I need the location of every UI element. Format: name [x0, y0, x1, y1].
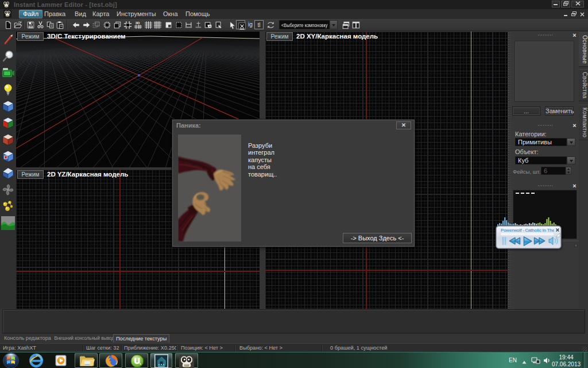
- open-file-button[interactable]: [13, 20, 23, 30]
- swap-views-button[interactable]: [266, 20, 276, 30]
- save-button[interactable]: [26, 20, 36, 30]
- carve-button[interactable]: [91, 20, 101, 30]
- tray-clock[interactable]: 19:44: [553, 354, 579, 361]
- toggle-grid-button[interactable]: [123, 20, 133, 30]
- object-select[interactable]: Куб: [515, 156, 567, 164]
- ignore-groups-toggle[interactable]: ig: [246, 20, 255, 30]
- start-button[interactable]: [2, 352, 20, 368]
- taskbar-firefox-button[interactable]: [99, 353, 122, 368]
- selection-box-button[interactable]: [174, 20, 184, 30]
- menu-windows[interactable]: Окна: [159, 10, 182, 18]
- console-tab-external[interactable]: Внешний консольный вывод: [52, 334, 116, 343]
- taskbar-skull-app-button[interactable]: [175, 353, 198, 368]
- list-section-close-icon[interactable]: ×: [572, 183, 577, 189]
- tray-date[interactable]: 07.06.2013: [550, 361, 583, 367]
- paste-button[interactable]: [55, 20, 65, 30]
- path-tool-button[interactable]: [1, 200, 15, 213]
- child-close-button[interactable]: [580, 11, 587, 17]
- smaller-grid-button[interactable]: [144, 20, 153, 30]
- console-output[interactable]: [2, 309, 585, 334]
- list-section-header[interactable]: ×: [511, 182, 579, 190]
- tray-hidden-icons-button[interactable]: [521, 359, 527, 366]
- vertex-scale-button[interactable]: [194, 20, 203, 30]
- cascade-windows-button[interactable]: [341, 20, 351, 30]
- rotate-tool-button[interactable]: [1, 183, 15, 197]
- zoom-tool-button[interactable]: [1, 49, 15, 63]
- texture-shift-button[interactable]: [214, 20, 223, 30]
- panel-tab-compact[interactable]: Компактно: [579, 105, 588, 140]
- brush-tool-button[interactable]: [1, 99, 15, 113]
- camera-tool-button[interactable]: [1, 66, 15, 80]
- faces-input[interactable]: 6: [541, 167, 566, 175]
- minimize-button[interactable]: [552, 1, 560, 7]
- redo-button[interactable]: [82, 20, 91, 30]
- object-section-close-icon[interactable]: ×: [572, 123, 577, 128]
- viewport-3d-mode-button[interactable]: Режим: [17, 32, 44, 41]
- resize-grip-icon[interactable]: [582, 347, 587, 351]
- selection-tool-button[interactable]: [1, 33, 15, 47]
- browse-texture-button[interactable]: ...: [512, 106, 540, 116]
- menu-help[interactable]: Помощь: [181, 10, 214, 18]
- panel-tab-properties[interactable]: Свойства: [579, 69, 588, 101]
- new-file-button[interactable]: [3, 20, 13, 30]
- cut-button[interactable]: [36, 20, 45, 30]
- block-tool-button[interactable]: [1, 133, 15, 147]
- child-minimize-button[interactable]: [563, 11, 571, 17]
- console-tab-editor[interactable]: Консоль редактора: [2, 334, 53, 343]
- player-expand-icon[interactable]: [555, 232, 560, 237]
- copy-button[interactable]: [45, 20, 55, 30]
- dialog-exit-button[interactable]: -> Выход Здесь <-: [343, 233, 412, 243]
- child-restore-button[interactable]: [571, 11, 579, 17]
- tray-language[interactable]: EN: [509, 357, 517, 363]
- player-controls[interactable]: [496, 234, 562, 250]
- viewport-2d-xy-mode-button[interactable]: Режим: [266, 32, 293, 41]
- tray-network-icon[interactable]: [531, 356, 540, 366]
- toggle-3d-grid-button[interactable]: 3D: [133, 20, 143, 30]
- texture-tool-toggle[interactable]: tl: [254, 20, 264, 29]
- taskbar-utorrent-button[interactable]: [125, 353, 148, 368]
- panel-resize-grip[interactable]: [574, 244, 578, 247]
- faces-stepper[interactable]: [566, 167, 571, 175]
- console-tab-textures[interactable]: Последние текстуры: [113, 334, 169, 343]
- object-section-header[interactable]: ×: [511, 121, 579, 129]
- entity-tool-button[interactable]: [1, 116, 15, 130]
- terrain-tool-button[interactable]: [1, 216, 15, 230]
- texture-lock-toggle[interactable]: [236, 20, 245, 29]
- tile-windows-button[interactable]: [351, 20, 361, 30]
- panel-tab-main[interactable]: Основные: [579, 32, 588, 67]
- viewport-2d-yz-mode-button[interactable]: Режим: [17, 170, 44, 179]
- restore-button[interactable]: [561, 1, 570, 7]
- categories-select[interactable]: Примитивы: [515, 138, 567, 146]
- show-desktop-button[interactable]: [583, 352, 588, 368]
- menu-tools[interactable]: Инструменты: [113, 10, 160, 18]
- mini-player[interactable]: Powerwolf - Catholic In The: [496, 225, 562, 249]
- taskbar-ie-icon[interactable]: [29, 353, 44, 368]
- taskbar-editor-button[interactable]: [150, 353, 172, 368]
- split-face-button[interactable]: [164, 20, 173, 30]
- categories-select-arrow[interactable]: [567, 138, 575, 146]
- menu-view[interactable]: Вид: [71, 10, 90, 18]
- taskbar-explorer-button[interactable]: [75, 353, 98, 368]
- layout-select-arrow[interactable]: [330, 20, 338, 29]
- group-button[interactable]: [113, 20, 122, 30]
- menu-map[interactable]: Карта: [88, 10, 113, 18]
- taskbar-mediaplayer-icon[interactable]: [54, 354, 68, 368]
- undo-button[interactable]: [71, 20, 81, 30]
- texture-section-header[interactable]: ×: [511, 31, 579, 39]
- menu-edit[interactable]: Правка: [40, 10, 69, 18]
- texture-lock-button[interactable]: [203, 20, 213, 30]
- larger-grid-button[interactable]: [153, 20, 163, 30]
- menu-file[interactable]: Файл: [19, 10, 42, 18]
- close-button[interactable]: [571, 1, 584, 7]
- hollow-button[interactable]: [102, 20, 112, 30]
- dialog-close-button[interactable]: ✕: [396, 121, 411, 129]
- player-close-icon[interactable]: [555, 227, 560, 231]
- light-tool-button[interactable]: [1, 83, 15, 97]
- texture-section-close-icon[interactable]: ×: [572, 33, 577, 38]
- replace-texture-button[interactable]: Заменить: [545, 106, 574, 116]
- decal-tool-button[interactable]: [1, 150, 15, 163]
- layout-select[interactable]: <Выберите компоновку: [279, 20, 330, 29]
- vertex-tool-button[interactable]: [184, 20, 194, 30]
- object-select-arrow[interactable]: [567, 156, 575, 164]
- clip-tool-button[interactable]: [1, 166, 15, 180]
